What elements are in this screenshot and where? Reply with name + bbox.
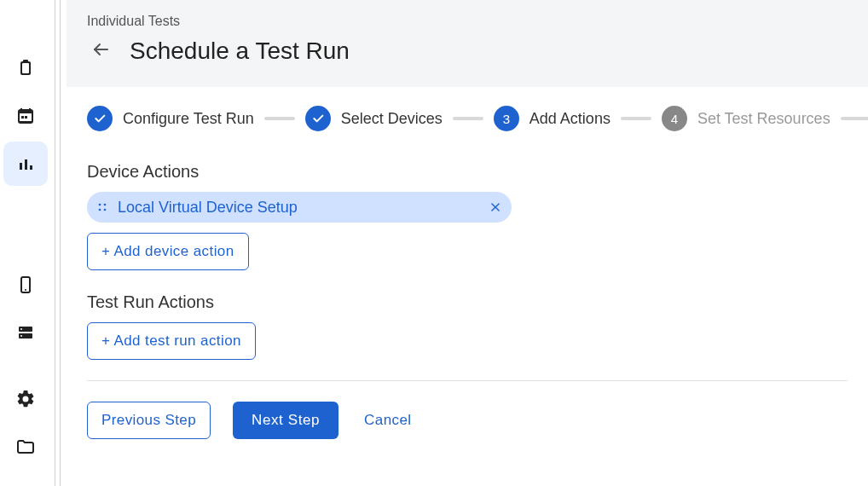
step-label: Add Actions [529,110,610,128]
nav-chart[interactable] [3,142,48,186]
step-select-devices[interactable]: Select Devices [305,106,443,131]
device-actions-title: Device Actions [87,162,848,182]
step-label: Configure Test Run [123,110,254,128]
nav-settings[interactable] [3,377,48,421]
previous-step-button[interactable]: Previous Step [87,402,211,439]
nav-folder[interactable] [3,425,48,469]
nav-calendar[interactable] [3,94,48,138]
svg-point-15 [25,289,26,291]
svg-rect-1 [23,60,28,63]
step-label: Set Test Resources [697,110,830,128]
svg-point-21 [99,204,101,206]
breadcrumb: Individual Tests [87,14,848,29]
vertical-divider [51,0,67,486]
nav-server[interactable] [3,310,48,355]
svg-rect-12 [25,159,27,170]
svg-point-19 [20,335,22,337]
svg-point-18 [20,328,22,330]
add-device-action-button[interactable]: + Add device action [87,233,249,270]
chart-icon [15,153,36,174]
cancel-button[interactable]: Cancel [361,402,414,439]
svg-point-24 [104,209,107,211]
step-number: 3 [494,106,519,131]
svg-rect-13 [30,165,32,170]
svg-rect-8 [21,116,24,119]
horizontal-divider [87,380,848,381]
step-connector [621,117,651,120]
svg-point-22 [104,204,107,206]
calendar-icon [15,106,36,126]
wizard-stepper: Configure Test Run Select Devices 3 Add … [87,106,848,131]
svg-point-23 [99,209,101,211]
check-icon [87,106,113,131]
clipboard-icon [15,58,36,78]
device-action-label: Local Virtual Device Setup [118,199,479,217]
device-action-chip[interactable]: Local Virtual Device Setup [87,192,512,223]
step-set-test-resources[interactable]: 4 Set Test Resources [662,106,830,131]
nav-phone[interactable] [3,263,48,307]
svg-rect-9 [25,116,27,119]
drag-handle-icon[interactable] [97,202,107,212]
step-label: Select Devices [341,110,443,128]
step-add-actions[interactable]: 3 Add Actions [494,106,610,131]
sidebar [0,0,51,486]
close-icon[interactable] [489,201,501,213]
step-connector [264,117,295,120]
svg-rect-11 [20,163,22,170]
check-icon [305,106,331,131]
wizard-footer: Previous Step Next Step Cancel [87,402,848,439]
step-number: 4 [662,106,687,131]
page-title: Schedule a Test Run [130,38,350,65]
back-button[interactable] [87,38,114,65]
step-connector [841,117,868,120]
arrow-left-icon [90,39,111,63]
svg-rect-2 [22,63,29,73]
folder-icon [15,437,36,457]
nav-clipboard[interactable] [3,46,48,90]
test-run-actions-title: Test Run Actions [87,292,848,312]
phone-icon [15,275,36,295]
add-test-run-action-button[interactable]: + Add test run action [87,322,256,360]
server-icon [15,322,36,343]
next-step-button[interactable]: Next Step [233,402,339,439]
page-header: Individual Tests Schedule a Test Run [67,0,868,87]
step-connector [453,117,483,120]
gear-icon [15,389,36,409]
step-configure-test-run[interactable]: Configure Test Run [87,106,254,131]
